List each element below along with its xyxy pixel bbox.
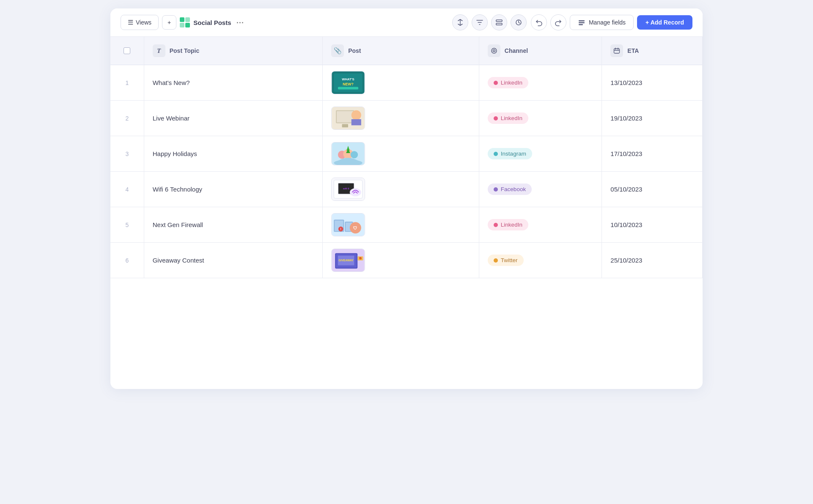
post-cell[interactable]: wifi 6 — [323, 172, 479, 207]
paint-button[interactable] — [511, 14, 527, 30]
hamburger-icon: ☰ — [128, 19, 133, 26]
col-channel[interactable]: Channel — [479, 37, 602, 65]
col-channel-label: Channel — [505, 47, 528, 54]
manage-fields-button[interactable]: Manage fields — [570, 15, 634, 30]
table-row[interactable]: 6Giveaway Contest GIVEAWAY 🎁 Twitter25/1… — [110, 243, 703, 278]
post-thumbnail[interactable] — [331, 107, 365, 130]
post-thumbnail[interactable]: GIVEAWAY 🎁 — [331, 249, 365, 272]
svg-point-21 — [352, 110, 361, 120]
post-cell[interactable]: WHAT'S NEW? — [323, 65, 479, 101]
col-post-topic[interactable]: T Post Topic — [144, 37, 322, 65]
channel-dot-icon — [494, 223, 498, 227]
svg-text:!: ! — [341, 228, 341, 231]
channel-cell[interactable]: LinkedIn — [479, 207, 602, 243]
svg-text:wifi 6: wifi 6 — [343, 187, 349, 190]
table-row[interactable]: 2Live Webinar LinkedIn19/10/2023 — [110, 101, 703, 136]
channel-cell[interactable]: LinkedIn — [479, 101, 602, 136]
post-topic-value: Giveaway Contest — [153, 257, 204, 264]
channel-cell[interactable]: Twitter — [479, 243, 602, 278]
channel-name: LinkedIn — [501, 115, 522, 121]
add-view-button[interactable]: + — [162, 15, 176, 30]
redo-button[interactable] — [550, 14, 566, 30]
col-eta[interactable]: ETA — [602, 37, 703, 65]
app-container: ☰ Views + Social Posts ⋯ — [110, 8, 703, 389]
channel-badge: Facebook — [488, 184, 532, 195]
svg-text:GIVEAWAY: GIVEAWAY — [339, 259, 354, 262]
app-logo: Social Posts ⋯ — [180, 17, 245, 28]
table-row[interactable]: 4Wifi 6 Technology wifi 6 Facebook05/10/… — [110, 172, 703, 207]
more-options-icon[interactable]: ⋯ — [234, 17, 245, 28]
channel-dot-icon — [494, 116, 498, 121]
svg-point-7 — [492, 48, 497, 53]
col-post-label: Post — [348, 47, 361, 54]
eta-cell: 10/10/2023 — [602, 207, 703, 243]
post-cell[interactable] — [323, 101, 479, 136]
col-post-topic-label: Post Topic — [170, 47, 200, 54]
col-eta-label: ETA — [627, 47, 639, 54]
col-checkbox — [110, 37, 144, 65]
table-row[interactable]: 3Happy Holidays Instagram17/10/2023 — [110, 136, 703, 172]
add-record-button[interactable]: + Add Record — [637, 15, 692, 30]
post-topic-cell[interactable]: What's New? — [144, 65, 322, 101]
post-cell[interactable]: GIVEAWAY 🎁 — [323, 243, 479, 278]
channel-dot-icon — [494, 187, 498, 192]
row-number: 1 — [110, 65, 144, 101]
svg-rect-1 — [496, 20, 502, 22]
post-topic-cell[interactable]: Next Gen Firewall — [144, 207, 322, 243]
channel-badge: LinkedIn — [488, 219, 528, 230]
channel-cell[interactable]: Facebook — [479, 172, 602, 207]
logo-icon — [180, 17, 190, 27]
channel-name: Twitter — [501, 257, 518, 263]
add-record-label: + Add Record — [645, 19, 684, 26]
row-number: 2 — [110, 101, 144, 136]
svg-rect-2 — [496, 23, 502, 25]
undo-button[interactable] — [531, 14, 547, 30]
svg-point-36 — [350, 188, 361, 196]
table-header-row: T Post Topic 📎 Post — [110, 37, 703, 65]
eta-cell: 25/10/2023 — [602, 243, 703, 278]
select-all-checkbox[interactable] — [124, 47, 130, 54]
toolbar: ☰ Views + Social Posts ⋯ — [110, 8, 703, 37]
channel-cell[interactable]: LinkedIn — [479, 65, 602, 101]
group-button[interactable] — [491, 14, 507, 30]
svg-rect-20 — [337, 111, 354, 123]
app-name: Social Posts — [193, 19, 231, 26]
post-topic-cell[interactable]: Giveaway Contest — [144, 243, 322, 278]
post-thumbnail[interactable]: wifi 6 — [331, 178, 365, 201]
post-topic-cell[interactable]: Live Webinar — [144, 101, 322, 136]
svg-rect-6 — [579, 24, 583, 25]
post-cell[interactable] — [323, 136, 479, 172]
post-topic-cell[interactable]: Wifi 6 Technology — [144, 172, 322, 207]
svg-point-8 — [493, 50, 495, 52]
col-post[interactable]: 📎 Post — [323, 37, 479, 65]
views-button[interactable]: ☰ Views — [121, 15, 159, 30]
post-thumbnail[interactable]: WHAT'S NEW? — [331, 71, 365, 94]
table-row[interactable]: 5Next Gen Firewall 🛡 ! LinkedIn10/10/202… — [110, 207, 703, 243]
post-thumbnail[interactable] — [331, 142, 365, 165]
channel-badge: Instagram — [488, 148, 532, 159]
toolbar-center — [452, 14, 527, 30]
svg-rect-22 — [352, 119, 361, 125]
channel-badge: Twitter — [488, 255, 524, 266]
post-thumbnail[interactable]: 🛡 ! — [331, 213, 365, 236]
channel-name: Instagram — [501, 151, 526, 157]
post-topic-value: Live Webinar — [153, 115, 190, 122]
sort-button[interactable] — [452, 14, 468, 30]
post-cell[interactable]: 🛡 ! — [323, 207, 479, 243]
svg-text:🎁: 🎁 — [359, 257, 363, 260]
eta-value: 25/10/2023 — [610, 257, 642, 264]
svg-text:NEW?: NEW? — [343, 82, 353, 86]
eta-value: 10/10/2023 — [610, 221, 642, 228]
eta-cell: 05/10/2023 — [602, 172, 703, 207]
toolbar-left: ☰ Views + Social Posts ⋯ — [121, 15, 448, 30]
post-topic-col-icon: T — [153, 44, 165, 57]
eta-value: 13/10/2023 — [610, 79, 642, 86]
data-table: T Post Topic 📎 Post — [110, 37, 703, 278]
svg-rect-4 — [579, 20, 585, 22]
table-row[interactable]: 1What's New? WHAT'S NEW? LinkedIn13/10/2… — [110, 65, 703, 101]
filter-button[interactable] — [472, 14, 488, 30]
channel-cell[interactable]: Instagram — [479, 136, 602, 172]
svg-rect-5 — [579, 22, 585, 24]
post-topic-cell[interactable]: Happy Holidays — [144, 136, 322, 172]
plus-icon: + — [168, 19, 171, 26]
